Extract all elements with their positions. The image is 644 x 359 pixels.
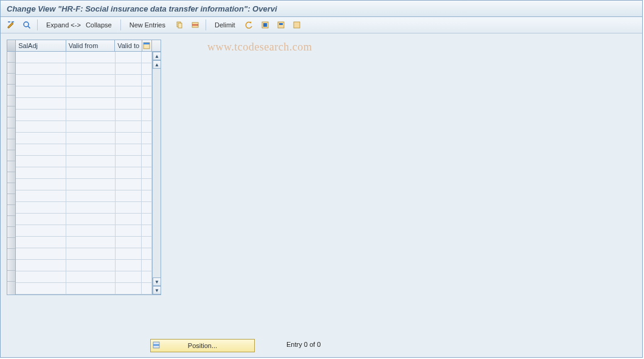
cell-from[interactable] — [66, 63, 116, 74]
scroll-down-button-2[interactable]: ▼ — [153, 277, 161, 286]
cell-from[interactable] — [66, 248, 116, 259]
cell-saladj[interactable] — [16, 190, 66, 201]
position-button[interactable]: Position... — [150, 339, 255, 352]
row-selector[interactable] — [7, 238, 15, 249]
select-block-button[interactable] — [274, 19, 288, 31]
cell-saladj[interactable] — [16, 121, 66, 132]
undo-button[interactable] — [243, 19, 256, 31]
cell-to[interactable] — [116, 63, 142, 74]
col-header-valid-to[interactable]: Valid to — [115, 40, 142, 51]
cell-saladj[interactable] — [16, 98, 66, 109]
cell-to[interactable] — [116, 237, 142, 248]
cell-from[interactable] — [66, 190, 116, 201]
row-selector[interactable] — [7, 271, 15, 282]
delimit-button[interactable]: Delimit — [210, 19, 240, 31]
delete-button[interactable] — [189, 19, 202, 31]
cell-from[interactable] — [66, 52, 116, 63]
row-selector[interactable] — [7, 205, 15, 216]
cell-saladj[interactable] — [16, 237, 66, 248]
row-selector[interactable] — [7, 194, 15, 205]
cell-to[interactable] — [116, 52, 142, 63]
select-all-button[interactable] — [258, 19, 272, 31]
cell-from[interactable] — [66, 86, 116, 97]
row-selector[interactable] — [7, 106, 15, 117]
scroll-up-button[interactable]: ▲ — [153, 52, 161, 60]
cell-from[interactable] — [66, 133, 116, 144]
cell-to[interactable] — [116, 190, 142, 201]
cell-to[interactable] — [116, 283, 142, 294]
cell-saladj[interactable] — [16, 63, 66, 74]
cell-saladj[interactable] — [16, 86, 66, 97]
row-selector[interactable] — [7, 172, 15, 183]
cell-saladj[interactable] — [16, 167, 66, 178]
cell-to[interactable] — [116, 156, 142, 167]
cell-saladj[interactable] — [16, 156, 66, 167]
cell-from[interactable] — [66, 271, 116, 282]
toggle-edit-button[interactable] — [4, 19, 18, 31]
row-selector[interactable] — [7, 74, 15, 85]
cell-from[interactable] — [66, 179, 116, 190]
cell-from[interactable] — [66, 156, 116, 167]
row-selector[interactable] — [7, 117, 15, 128]
row-selector[interactable] — [7, 227, 15, 238]
cell-saladj[interactable] — [16, 110, 66, 120]
cell-saladj[interactable] — [16, 75, 66, 86]
row-selector[interactable] — [7, 161, 15, 172]
cell-saladj[interactable] — [16, 214, 66, 225]
cell-from[interactable] — [66, 167, 116, 178]
col-header-valid-from[interactable]: Valid from — [66, 40, 116, 51]
row-selector[interactable] — [7, 249, 15, 260]
row-selector[interactable] — [7, 216, 15, 227]
cell-from[interactable] — [66, 144, 116, 155]
cell-to[interactable] — [116, 167, 142, 178]
cell-saladj[interactable] — [16, 260, 66, 271]
cell-saladj[interactable] — [16, 202, 66, 213]
cell-saladj[interactable] — [16, 144, 66, 155]
cell-to[interactable] — [116, 110, 142, 120]
row-selector[interactable] — [7, 139, 15, 150]
cell-saladj[interactable] — [16, 248, 66, 259]
cell-to[interactable] — [116, 121, 142, 132]
row-selector[interactable] — [7, 260, 15, 271]
cell-from[interactable] — [66, 225, 116, 236]
cell-to[interactable] — [116, 248, 142, 259]
scroll-down-button[interactable]: ▼ — [153, 286, 161, 295]
cell-from[interactable] — [66, 260, 116, 271]
cell-to[interactable] — [116, 202, 142, 213]
row-selector[interactable] — [7, 85, 15, 96]
cell-from[interactable] — [66, 214, 116, 225]
cell-saladj[interactable] — [16, 225, 66, 236]
cell-from[interactable] — [66, 110, 116, 120]
cell-saladj[interactable] — [16, 283, 66, 294]
cell-to[interactable] — [116, 214, 142, 225]
copy-button[interactable] — [173, 19, 186, 31]
cell-from[interactable] — [66, 121, 116, 132]
details-button[interactable] — [20, 19, 33, 31]
cell-to[interactable] — [116, 179, 142, 190]
cell-to[interactable] — [116, 98, 142, 109]
cell-saladj[interactable] — [16, 52, 66, 63]
cell-to[interactable] — [116, 225, 142, 236]
deselect-all-button[interactable] — [290, 19, 303, 31]
cell-to[interactable] — [116, 144, 142, 155]
cell-from[interactable] — [66, 237, 116, 248]
row-selector[interactable] — [7, 96, 15, 106]
row-selector[interactable] — [7, 183, 15, 194]
new-entries-button[interactable]: New Entries — [125, 19, 170, 31]
cell-from[interactable] — [66, 283, 116, 294]
cell-from[interactable] — [66, 202, 116, 213]
row-selector[interactable] — [7, 128, 15, 139]
cell-from[interactable] — [66, 98, 116, 109]
cell-saladj[interactable] — [16, 133, 66, 144]
row-selector[interactable] — [7, 52, 15, 63]
row-selector[interactable] — [7, 63, 15, 74]
grid-corner[interactable] — [7, 40, 16, 51]
cell-from[interactable] — [66, 75, 116, 86]
cell-to[interactable] — [116, 133, 142, 144]
col-header-saladj[interactable]: SalAdj — [16, 40, 66, 51]
cell-saladj[interactable] — [16, 179, 66, 190]
grid-configure-button[interactable] — [142, 40, 152, 51]
grid-vscrollbar[interactable]: ▲ ▲ ▼ ▼ — [152, 52, 161, 295]
cell-to[interactable] — [116, 86, 142, 97]
expand-collapse-button[interactable]: Expand <-> Collapse — [41, 19, 117, 31]
